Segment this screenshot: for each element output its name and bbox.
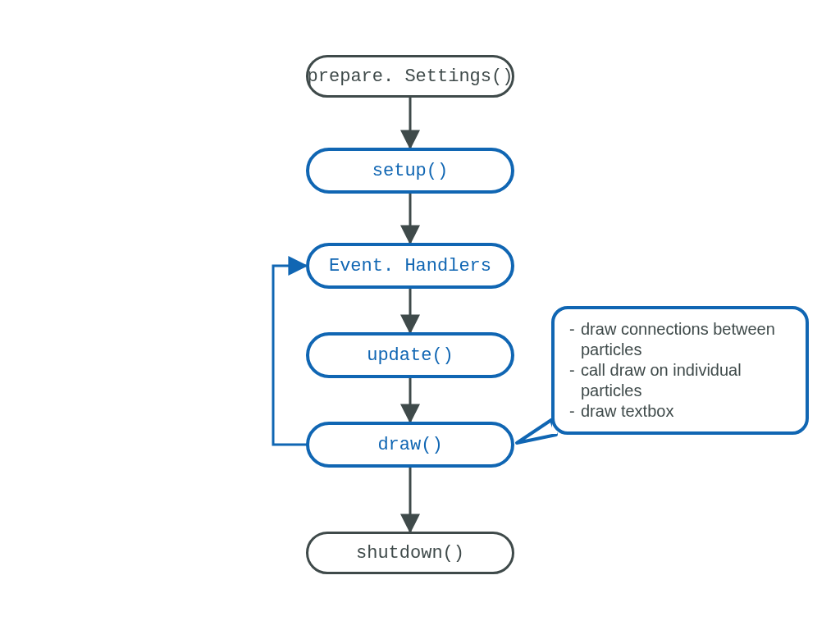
node-event-handlers: Event. Handlers (306, 243, 514, 289)
node-draw: draw() (306, 422, 514, 468)
callout-line-text: draw textbox (581, 401, 673, 422)
callout-line-text: call draw on individual particles (581, 360, 794, 401)
flowchart-canvas: prepare. Settings() setup() Event. Handl… (0, 0, 840, 630)
node-draw-label: draw() (377, 435, 442, 455)
bullet-dash-icon: - (569, 401, 581, 422)
bullet-dash-icon: - (569, 360, 581, 401)
node-event-handlers-label: Event. Handlers (329, 256, 491, 276)
callout-draw-details: - draw connections between particles - c… (551, 306, 809, 435)
node-update-label: update() (367, 345, 454, 366)
callout-line: - draw connections between particles (569, 319, 794, 360)
node-update: update() (306, 332, 514, 378)
callout-pointer (517, 420, 556, 443)
node-setup-label: setup() (372, 161, 448, 181)
callout-line-text: draw connections between particles (581, 319, 794, 360)
node-shutdown: shutdown() (306, 532, 514, 574)
node-setup: setup() (306, 148, 514, 194)
callout-line: - draw textbox (569, 401, 794, 422)
node-prepare-settings-label: prepare. Settings() (308, 66, 514, 87)
node-prepare-settings: prepare. Settings() (306, 55, 514, 98)
node-shutdown-label: shutdown() (356, 543, 464, 564)
bullet-dash-icon: - (569, 319, 581, 360)
callout-line: - call draw on individual particles (569, 360, 794, 401)
